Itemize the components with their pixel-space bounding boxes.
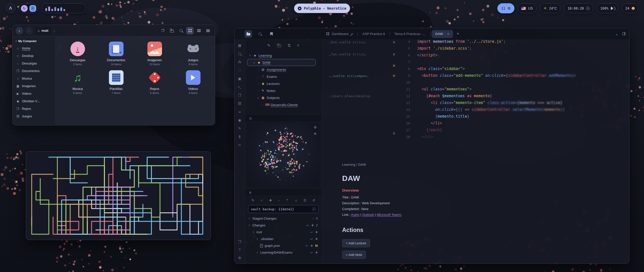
folder-music[interactable]: ♫Musica6 items [58,69,97,94]
note-button-add-note[interactable]: + Add Note [342,251,366,259]
visualizer-pill[interactable] [42,3,86,13]
power-orb-icon[interactable]: ↻ [21,5,28,12]
stage-icon[interactable]: ✚ [315,230,318,234]
pull-icon[interactable]: ⇣ [295,198,297,202]
tree-item-learning[interactable]: ∨◈Learning [247,52,320,59]
collapse-icon[interactable]: » [296,44,300,47]
canvas-icon[interactable]: ∷ [238,68,241,72]
tree-item-assignments[interactable]: ›▤Assignments [247,66,320,73]
push-icon[interactable]: ⇡ [286,198,289,202]
sidebar-item-imagenes[interactable]: ▦Imagenes [13,82,56,90]
new-note-icon[interactable]: ✎ [267,43,270,47]
folder-games[interactable]: Juegos8 items [174,40,212,66]
terminal-icon[interactable]: >_ [238,85,241,89]
book-icon[interactable]: ❐ [238,93,241,97]
settings-icon[interactable]: ⚙ [238,256,241,260]
clear-message-icon[interactable]: ✕ [312,207,316,211]
new-tab-button[interactable]: + [457,31,459,37]
commit-message-input[interactable] [251,207,310,211]
discard-icon[interactable]: ↩ [310,237,313,241]
split-layout-icon[interactable] [622,32,626,36]
sidebar-item-obsidian-v[interactable]: ◆Obsidian V… [13,97,56,105]
search-button[interactable] [177,27,185,35]
note-button-add-lecture[interactable]: + Add Lecture [342,239,370,247]
stage-icon[interactable]: ✚ [310,244,313,248]
split-view-button[interactable]: ❐ [159,27,167,35]
stage-icon[interactable]: ✚ [315,237,318,241]
refresh-icon[interactable]: ↺ [312,198,315,202]
discard-icon[interactable]: ↩ [306,224,309,227]
forward-button[interactable]: › [25,27,33,35]
minus-icon[interactable]: − [312,217,314,220]
scissors-icon[interactable]: ✂ [238,143,241,147]
discard-icon[interactable]: ↩ [310,251,313,254]
sidebar-item-desktop[interactable]: □Desktop [13,52,56,60]
clock-pill[interactable]: 18:08:28 [564,3,593,13]
sidebar-section-title[interactable]: ▾ My Computer [13,39,56,45]
folder-documents[interactable]: ➜Documentos14 items [97,40,135,66]
stage-icon[interactable]: ✚ [311,224,314,227]
keyboard-layout-pill[interactable]: US [517,3,537,13]
weather-pill[interactable]: ☀24°C [540,3,561,13]
sidebar-item-descargas[interactable]: ↓Descargas [13,60,56,67]
change-layout-icon[interactable]: ☰ [303,198,306,202]
tree-item-lectures[interactable]: ›◉Lectures [247,80,320,87]
discard-icon[interactable]: ↩ [310,230,313,234]
tree-item-exams[interactable]: ›!Exams [247,73,320,80]
graph-tab-icon[interactable]: ◎ [249,116,252,120]
note-link-outlook[interactable]: Outlook [362,213,374,217]
quick-switcher-icon[interactable]: ▦ [238,43,241,47]
tree-item-subjects[interactable]: ∨▦Subjects [247,94,320,101]
graph-focus-icon[interactable]: ⊕ [314,132,317,135]
notifications-pill[interactable]: 24 [622,3,638,13]
graph-icon[interactable]: ⁂ [238,60,242,64]
stage-all-icon[interactable]: ✚ [269,198,272,202]
grid-view-button[interactable] [186,27,194,35]
folder-images[interactable]: Imagenes10 items [135,40,174,66]
tab-tema-6-pr-cticas[interactable]: Tema 6 Prácticas -… [391,30,429,38]
graph-settings-icon[interactable]: ⚙ [314,125,317,129]
widgets-pill[interactable]: ↻ [19,3,38,13]
help-icon[interactable]: ? [239,248,241,252]
folder-videos[interactable]: Videos4 items [174,69,212,94]
tab-asp-practice-6[interactable]: ASP Practice 6 [359,30,389,38]
sidebar-item-repos[interactable]: ❒Repos [13,105,56,113]
search-icon[interactable] [238,52,241,56]
git-tab-icon[interactable]: ψ [249,190,251,194]
launcher-button[interactable]: Λ [6,3,16,13]
sidebar-item-musica[interactable]: ♪Musica [13,75,56,82]
note-link-microsoft-teams[interactable]: Microsoft Teams [377,213,401,217]
git-row-learning-daw-exams[interactable]: ∨Learning/DAW/Exams↩✚ [245,249,322,256]
dice-icon[interactable]: ⚄ [238,101,241,106]
discard-icon[interactable]: ↩ [306,244,308,248]
tab-daw[interactable]: DAW✕ [432,30,453,38]
tab-dashboard[interactable]: Dashboard [323,30,356,38]
editor-area[interactable]: …One.svelte src\co…U…Two.svelte src\co…U… [322,40,629,263]
folder-downloads[interactable]: ↓Descargas2 items [58,40,97,66]
sidebar-tab-search[interactable] [256,30,264,38]
new-folder-icon[interactable] [277,43,281,47]
close-tab-icon[interactable]: ✕ [447,32,450,36]
currency-icon[interactable]: $ [239,135,241,139]
folder-repos[interactable]: Repos6 items [135,69,174,94]
local-graph-panel[interactable]: ⚙ ⊕ [248,123,319,187]
menu-button[interactable] [204,27,212,35]
git-row-graph-json[interactable]: graph.json↩✚M [245,242,322,249]
git-row-root[interactable]: ∨root↩✚ [245,229,322,235]
tab-list-chevron-icon[interactable]: ⌄ [615,31,618,36]
tree-item-notes[interactable]: ›✎Notes [247,87,320,94]
tree-item-desarrollo-cliente[interactable]: ›⌨Desarrollo-Cliente [247,101,320,108]
notes-orb-icon[interactable] [29,5,36,12]
now-playing-pill[interactable]: Polyphia - Neurotica [294,4,350,13]
sort-icon[interactable]: ⇅ [288,43,291,47]
tree-item-daw[interactable]: ∨◆DAW [247,59,316,66]
stage-icon[interactable]: ✚ [315,251,318,254]
folder-templates[interactable]: Plantillas7 items [97,69,135,94]
back-button[interactable]: ‹ [16,27,23,35]
git-row-staged-changes[interactable]: ∨Staged Changes−0 [245,215,322,222]
edit-icon[interactable]: ✎ [238,126,241,130]
list-view-button[interactable] [195,27,203,35]
git-row-obsidian[interactable]: ∨.obsidian↩✚ [245,235,322,242]
commit-icon[interactable]: ✓ [260,198,263,202]
link-icon[interactable]: ∞ [238,110,241,114]
